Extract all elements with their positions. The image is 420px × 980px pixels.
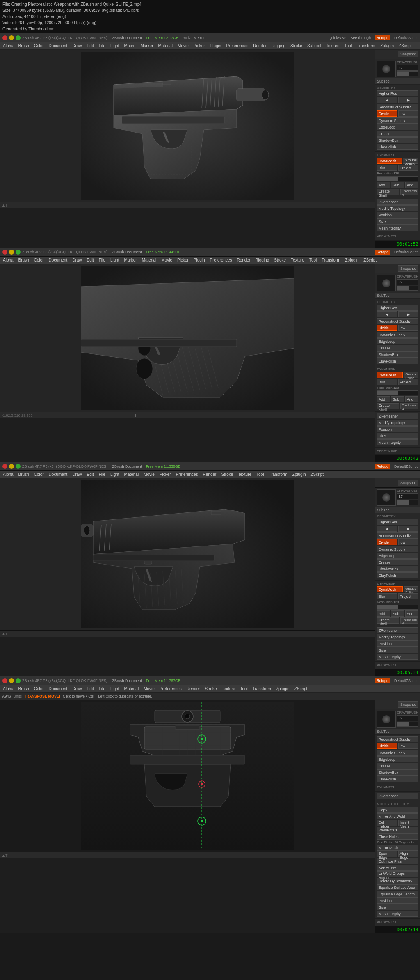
- maximize-btn-4[interactable]: [16, 678, 21, 683]
- divide-btn-4[interactable]: Divide: [377, 743, 397, 749]
- position-btn-2[interactable]: Position: [377, 426, 418, 432]
- menu-brush-3[interactable]: Brush: [17, 472, 30, 477]
- menu-tool-4[interactable]: Tool: [239, 686, 249, 691]
- canvas-area-4[interactable]: ▲T: [0, 700, 375, 933]
- position-btn-4[interactable]: Position: [377, 897, 418, 904]
- project-btn-3[interactable]: Project: [398, 593, 419, 599]
- crease-btn-1[interactable]: Crease: [377, 131, 418, 137]
- dynamesh-btn-2[interactable]: DynaMesh: [377, 372, 403, 378]
- thickness-btn-3[interactable]: Thickness 4: [400, 617, 418, 624]
- zremesher-btn-1[interactable]: ZRemesher: [377, 199, 418, 205]
- add-btn-1[interactable]: Add: [377, 182, 390, 188]
- menu-picker-3[interactable]: Picker: [158, 472, 172, 477]
- zremesher-btn-4[interactable]: ZRemesher: [377, 793, 418, 799]
- create-shell-btn-1[interactable]: Create Shell: [377, 189, 399, 195]
- menu-file-1[interactable]: File: [98, 43, 107, 48]
- clay-polish-btn-1[interactable]: ClayPolish: [377, 144, 418, 150]
- sub-btn-2[interactable]: Sub: [391, 396, 404, 402]
- menu-light-1[interactable]: Light: [109, 43, 121, 48]
- shadow-box-btn-1[interactable]: ShadowBox: [377, 137, 418, 143]
- higher-res-btn-1[interactable]: Higher Res: [377, 90, 418, 96]
- menu-rigging-1[interactable]: Rigging: [270, 43, 287, 48]
- brush-preview-2[interactable]: [377, 275, 396, 291]
- menu-zscript-2[interactable]: ZScript: [362, 257, 378, 263]
- and-btn-3[interactable]: And: [405, 610, 418, 617]
- low-btn-3[interactable]: low: [398, 539, 419, 545]
- snapshot-btn-2[interactable]: Snapshot: [398, 265, 418, 272]
- brush-size-slider-4[interactable]: [397, 722, 418, 727]
- clay-polish-btn-3[interactable]: ClayPolish: [377, 572, 418, 578]
- sub-btn-1[interactable]: Sub: [391, 182, 404, 188]
- menu-document-2[interactable]: Document: [48, 257, 69, 263]
- menu-texture-4[interactable]: Texture: [220, 686, 236, 691]
- reconstruct-subdiv-btn-3[interactable]: Reconstruct Subdiv: [377, 532, 418, 539]
- resolution-slider-2[interactable]: [377, 390, 418, 395]
- menu-light-4[interactable]: Light: [109, 686, 121, 691]
- close-btn-4[interactable]: [2, 678, 7, 683]
- canvas-area-3[interactable]: ▲T: [0, 478, 375, 676]
- minimize-btn-2[interactable]: [9, 250, 14, 255]
- modify-topology-btn-1[interactable]: Modify Topology: [377, 205, 418, 211]
- menu-brush-1[interactable]: Brush: [17, 43, 30, 48]
- menu-texture-3[interactable]: Texture: [237, 472, 253, 477]
- weld-pnts-btn-4[interactable]: WeldPnts 1: [377, 827, 418, 833]
- dynamesh-btn-3[interactable]: DynaMesh: [377, 586, 403, 592]
- prev-frame-btn-1[interactable]: ◀: [377, 97, 397, 103]
- brush-preview-1[interactable]: [377, 61, 396, 77]
- and-btn-1[interactable]: And: [405, 182, 418, 188]
- mesh-integrity-btn-4[interactable]: MeshIntegrity: [377, 911, 418, 917]
- menu-brush-4[interactable]: Brush: [17, 686, 30, 691]
- insert-mesh-btn-4[interactable]: Insert Mesh: [398, 820, 419, 826]
- next-frame-btn-2[interactable]: ▶: [398, 311, 419, 317]
- add-btn-3[interactable]: Add: [377, 610, 390, 617]
- menu-alpha-3[interactable]: Alpha: [2, 472, 15, 477]
- menu-material-1[interactable]: Material: [157, 43, 174, 48]
- menu-stroke-3[interactable]: Stroke: [220, 472, 234, 477]
- blur-btn-1[interactable]: Blur: [377, 165, 397, 171]
- next-frame-btn-1[interactable]: ▶: [398, 97, 419, 103]
- canvas-area-2[interactable]: -1.82,3.316,29.285: [0, 264, 375, 462]
- add-btn-2[interactable]: Add: [377, 396, 390, 402]
- active-mode-2[interactable]: Retopo: [375, 250, 390, 255]
- see-through-1[interactable]: See-through: [350, 36, 371, 40]
- mesh-integrity-btn-1[interactable]: MeshIntegrity: [377, 225, 418, 231]
- menu-zscript-3[interactable]: ZScript: [309, 472, 325, 477]
- groups-polish-btn-2[interactable]: Groups Polish: [404, 372, 418, 378]
- menu-draw-3[interactable]: Draw: [71, 472, 83, 477]
- maximize-btn-2[interactable]: [16, 250, 21, 255]
- nancy-trim-btn-4[interactable]: NancyTrim: [377, 865, 418, 871]
- brush-preview-4[interactable]: [377, 711, 396, 728]
- menu-material-3[interactable]: Material: [123, 472, 140, 477]
- menu-alpha-4[interactable]: Alpha: [2, 686, 15, 691]
- low-btn-2[interactable]: low: [398, 325, 419, 331]
- close-btn-2[interactable]: [2, 250, 7, 255]
- menu-transform-4[interactable]: Transform: [251, 686, 272, 691]
- reconstruct-subdiv-btn-2[interactable]: Reconstruct Subdiv: [377, 318, 418, 324]
- higher-res-btn-3[interactable]: Higher Res: [377, 519, 418, 525]
- menu-zplugin-4[interactable]: Zplugin: [275, 686, 291, 691]
- menu-transform-2[interactable]: Transform: [320, 257, 341, 263]
- menu-zplugin-2[interactable]: Zplugin: [344, 257, 360, 263]
- active-mode-1[interactable]: Retopo: [375, 35, 390, 40]
- resolution-slider-3[interactable]: [377, 605, 418, 610]
- menu-color-2[interactable]: Color: [33, 257, 45, 263]
- create-shell-btn-3[interactable]: Create Shell: [377, 617, 399, 624]
- position-btn-1[interactable]: Position: [377, 212, 418, 218]
- mesh-integrity-btn-3[interactable]: MeshIntegrity: [377, 654, 418, 660]
- menu-texture-1[interactable]: Texture: [325, 43, 341, 48]
- and-btn-2[interactable]: And: [405, 396, 418, 402]
- menu-zscript-1[interactable]: ZScript: [397, 43, 413, 48]
- menu-rigging-2[interactable]: Rigging: [254, 257, 270, 263]
- project-btn-2[interactable]: Project: [398, 379, 419, 385]
- menu-texture-2[interactable]: Texture: [290, 257, 306, 263]
- menu-movie-3[interactable]: Movie: [142, 472, 156, 477]
- menu-file-3[interactable]: File: [98, 472, 107, 477]
- thickness-btn-2[interactable]: Thickness 4: [400, 403, 418, 409]
- menu-movie-1[interactable]: Movie: [176, 43, 190, 48]
- menu-light-3[interactable]: Light: [109, 472, 121, 477]
- menu-zplugin-1[interactable]: Zplugin: [379, 43, 395, 48]
- menu-tool-1[interactable]: Tool: [343, 43, 353, 48]
- thickness-btn-1[interactable]: Thickness 4: [400, 189, 418, 195]
- menu-material-4[interactable]: Material: [123, 686, 140, 691]
- higher-res-btn-2[interactable]: Higher Res: [377, 305, 418, 311]
